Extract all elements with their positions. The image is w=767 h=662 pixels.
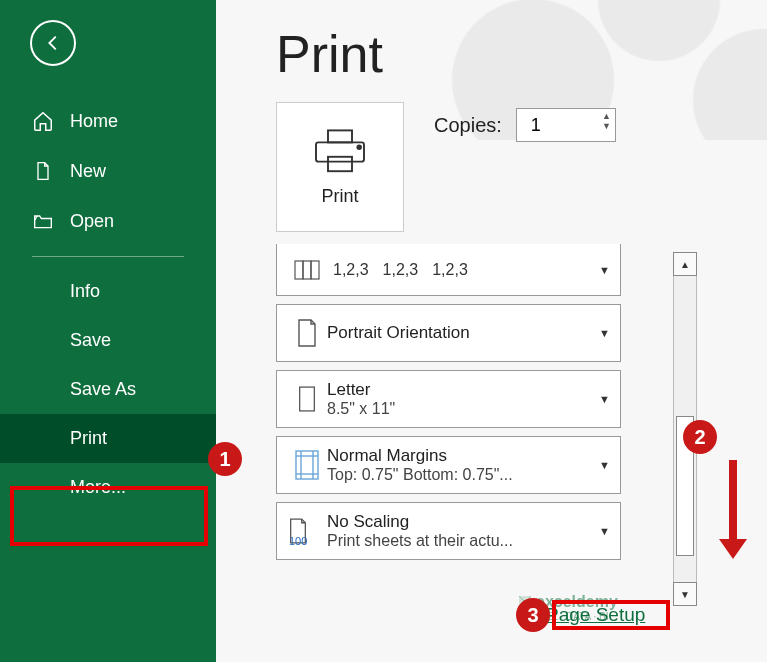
svg-rect-7 xyxy=(300,387,315,411)
sidebar-item-label: More... xyxy=(70,477,126,498)
page-title: Print xyxy=(276,24,747,84)
copies-spinner: ▲ ▼ xyxy=(602,112,611,131)
setting-sub-text: Top: 0.75" Bottom: 0.75"... xyxy=(327,466,557,484)
chevron-down-icon: ▼ xyxy=(599,264,610,276)
sidebar-item-label: Open xyxy=(70,211,114,232)
chevron-down-icon: ▼ xyxy=(599,459,610,471)
annotation-circle-3: 3 xyxy=(516,598,550,632)
sidebar-item-saveas[interactable]: Save As xyxy=(0,365,216,414)
sidebar-item-more[interactable]: More... xyxy=(0,463,216,512)
sidebar-divider xyxy=(32,256,184,257)
annotation-circle-1: 1 xyxy=(208,442,242,476)
sidebar-item-label: Save xyxy=(70,330,111,351)
copies-row: Copies: 1 ▲ ▼ xyxy=(434,108,616,142)
home-icon xyxy=(32,110,54,132)
sidebar-item-save[interactable]: Save xyxy=(0,316,216,365)
setting-main-text: Letter xyxy=(327,380,599,400)
printer-icon xyxy=(310,128,370,176)
scaling-badge: 100 xyxy=(289,535,307,547)
copies-value: 1 xyxy=(531,115,541,136)
portrait-page-icon xyxy=(287,318,327,348)
open-folder-icon xyxy=(32,210,54,232)
chevron-down-icon: ▼ xyxy=(599,327,610,339)
svg-point-3 xyxy=(357,145,361,149)
sidebar-item-print[interactable]: Print xyxy=(0,414,216,463)
backstage-sidebar: Home New Open Info Save Save As Print Mo… xyxy=(0,0,216,662)
collated-values: 1,2,3 1,2,3 1,2,3 xyxy=(327,261,599,279)
setting-margins[interactable]: Normal Margins Top: 0.75" Bottom: 0.75".… xyxy=(276,436,621,494)
scroll-down-button[interactable]: ▼ xyxy=(673,582,697,606)
setting-sub-text: 8.5" x 11" xyxy=(327,400,557,418)
setting-main-text: No Scaling xyxy=(327,512,599,532)
print-button[interactable]: Print xyxy=(276,102,404,232)
print-button-label: Print xyxy=(321,186,358,207)
back-button[interactable] xyxy=(30,20,76,66)
svg-rect-1 xyxy=(316,142,364,161)
new-file-icon xyxy=(32,160,54,182)
setting-main-text: Portrait Orientation xyxy=(327,323,599,343)
setting-main-text: Normal Margins xyxy=(327,446,599,466)
copies-label: Copies: xyxy=(434,114,502,137)
setting-orientation[interactable]: Portrait Orientation ▼ xyxy=(276,304,621,362)
chevron-down-icon: ▼ xyxy=(599,393,610,405)
chevron-down-icon: ▼ xyxy=(599,525,610,537)
svg-rect-4 xyxy=(295,261,303,279)
setting-collated[interactable]: 1,2,3 1,2,3 1,2,3 ▼ xyxy=(276,244,621,296)
paper-size-icon xyxy=(287,385,327,413)
sidebar-item-label: Home xyxy=(70,111,118,132)
copies-input[interactable]: 1 ▲ ▼ xyxy=(516,108,616,142)
spinner-down-icon[interactable]: ▼ xyxy=(602,122,611,131)
sidebar-item-new[interactable]: New xyxy=(0,146,216,196)
print-settings: 1,2,3 1,2,3 1,2,3 ▼ Portrait Orientation… xyxy=(276,244,747,560)
print-backstage-panel: Print Print Copies: 1 ▲ ▼ xyxy=(216,0,767,662)
sidebar-item-info[interactable]: Info xyxy=(0,267,216,316)
annotation-arrow xyxy=(719,460,747,559)
sidebar-item-open[interactable]: Open xyxy=(0,196,216,246)
arrow-left-icon xyxy=(42,32,64,54)
sidebar-item-label: Info xyxy=(70,281,100,302)
sidebar-item-label: New xyxy=(70,161,106,182)
sidebar-item-label: Save As xyxy=(70,379,136,400)
page-setup-link[interactable]: Page Setup xyxy=(546,604,645,626)
collated-icon xyxy=(287,259,327,281)
margins-icon xyxy=(287,449,327,481)
scaling-icon: 100 xyxy=(287,517,327,545)
annotation-circle-2: 2 xyxy=(683,420,717,454)
svg-rect-8 xyxy=(296,451,318,479)
spinner-up-icon[interactable]: ▲ xyxy=(602,112,611,121)
svg-rect-5 xyxy=(303,261,311,279)
sidebar-submenu: Info Save Save As Print More... xyxy=(0,267,216,512)
setting-paper-size[interactable]: Letter 8.5" x 11" ▼ xyxy=(276,370,621,428)
sidebar-item-home[interactable]: Home xyxy=(0,96,216,146)
svg-rect-2 xyxy=(328,156,352,170)
svg-rect-6 xyxy=(311,261,319,279)
setting-scaling[interactable]: 100 No Scaling Print sheets at their act… xyxy=(276,502,621,560)
svg-rect-0 xyxy=(328,130,352,142)
sidebar-item-label: Print xyxy=(70,428,107,449)
setting-sub-text: Print sheets at their actu... xyxy=(327,532,557,550)
